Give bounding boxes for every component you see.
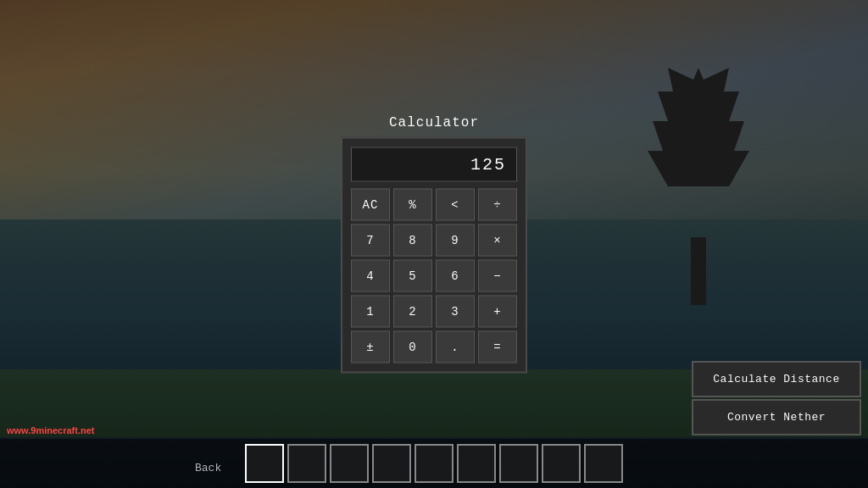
calc-btn-1[interactable]: 1 [351,296,390,328]
calculator: 125 AC%<÷789×456−123+±0.= [341,137,527,374]
calc-btn-4[interactable]: 4 [351,260,390,292]
calc-btn-multiply[interactable]: × [478,225,517,257]
calc-btn-2[interactable]: 2 [393,296,432,328]
hotbar [0,439,868,488]
hotbar-slot-8[interactable] [584,444,623,483]
calculator-title: Calculator [389,115,479,130]
calculate-distance-button[interactable]: Calculate Distance [692,361,861,397]
tree-decoration [648,68,749,254]
watermark: www.9minecraft.net [7,425,95,435]
hotbar-slot-7[interactable] [542,444,581,483]
calc-btn-percent[interactable]: % [393,189,432,221]
calc-btn-equals[interactable]: = [478,331,517,363]
convert-nether-button[interactable]: Convert Nether [692,399,861,435]
calc-btn-backspace[interactable]: < [436,189,475,221]
calculator-display: 125 [351,147,517,182]
hotbar-slot-2[interactable] [330,444,369,483]
hotbar-slot-6[interactable] [499,444,538,483]
calc-btn-ac[interactable]: AC [351,189,390,221]
hotbar-slot-5[interactable] [457,444,496,483]
calc-btn-0[interactable]: 0 [393,331,432,363]
calc-btn-decimal[interactable]: . [436,331,475,363]
hotbar-slot-0[interactable] [245,444,284,483]
hotbar-slot-1[interactable] [287,444,326,483]
back-label: Back [195,462,221,474]
calc-btn-negate[interactable]: ± [351,331,390,363]
calc-btn-9[interactable]: 9 [436,225,475,257]
calc-btn-5[interactable]: 5 [393,260,432,292]
calc-btn-6[interactable]: 6 [436,260,475,292]
calc-btn-8[interactable]: 8 [393,225,432,257]
calc-btn-add[interactable]: + [478,296,517,328]
hotbar-slot-3[interactable] [372,444,411,483]
calc-btn-divide[interactable]: ÷ [478,189,517,221]
tree-foliage [648,68,749,186]
calc-btn-7[interactable]: 7 [351,225,390,257]
calc-btn-subtract[interactable]: − [478,260,517,292]
calculator-buttons: AC%<÷789×456−123+±0.= [351,189,517,363]
side-buttons: Calculate Distance Convert Nether [692,361,861,435]
hotbar-slot-4[interactable] [415,444,453,483]
calculator-wrapper: Calculator 125 AC%<÷789×456−123+±0.= [341,115,527,374]
tree-trunk [691,237,706,305]
calc-btn-3[interactable]: 3 [436,296,475,328]
